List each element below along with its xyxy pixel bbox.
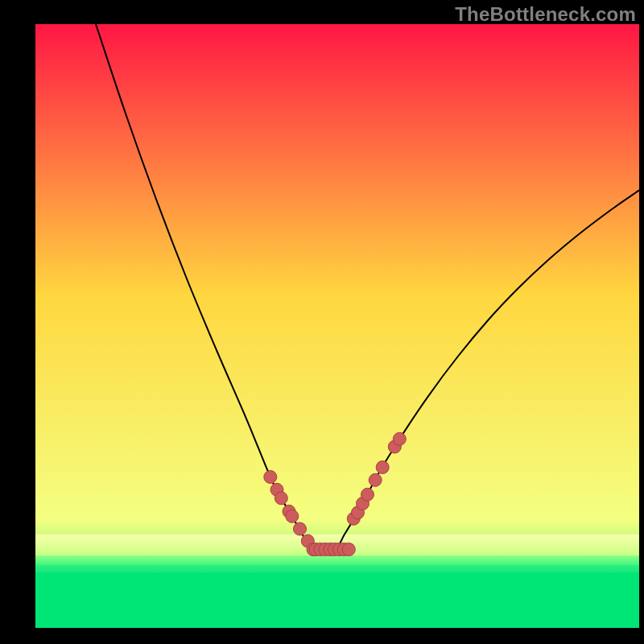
data-dot bbox=[361, 488, 374, 501]
data-dot bbox=[286, 510, 299, 522]
gradient-band bbox=[35, 564, 639, 572]
data-dot bbox=[369, 473, 382, 486]
watermark-text: TheBottleneck.com bbox=[455, 3, 636, 26]
data-dot bbox=[342, 543, 355, 556]
bottleneck-chart bbox=[35, 24, 639, 628]
data-dot bbox=[393, 432, 406, 445]
data-dot bbox=[264, 471, 277, 484]
gradient-band bbox=[35, 555, 639, 564]
gradient-band bbox=[35, 572, 639, 628]
chart-frame: TheBottleneck.com bbox=[0, 0, 644, 644]
data-dot bbox=[275, 492, 287, 505]
data-dot bbox=[294, 522, 307, 535]
data-dot bbox=[376, 461, 389, 474]
